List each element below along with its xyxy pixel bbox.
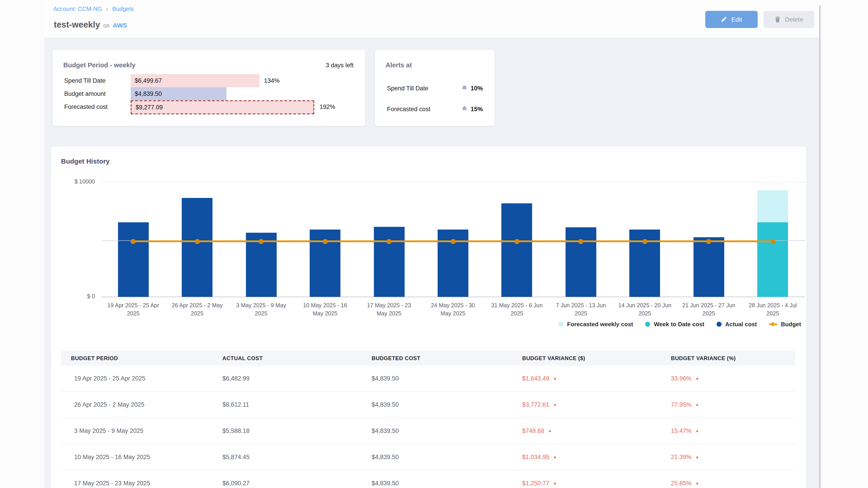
- cell-actual: $5,874.45: [222, 444, 250, 470]
- breadcrumb-budgets-link[interactable]: Budgets: [112, 5, 134, 12]
- bell-icon: [461, 105, 468, 112]
- page-header-band: [44, 0, 820, 38]
- page-title: test-weekly on AWS: [54, 20, 127, 30]
- actual-cost-swatch: [717, 322, 721, 327]
- table-row: 19 Apr 2025 - 25 Apr 2025$6,482.99$4,839…: [61, 365, 795, 392]
- cell-variance-pct: 25.85%▲: [671, 470, 699, 488]
- bar-value: $4,839.50: [131, 90, 162, 97]
- variance-up-arrow-icon: ▲: [695, 429, 700, 433]
- column-header-3: BUDGET VARIANCE ($): [522, 351, 585, 365]
- trash-icon: [775, 16, 781, 23]
- cell-actual: $5,588.18: [222, 418, 250, 444]
- cell-variance-pct: 33.96%▲: [671, 365, 699, 391]
- budget-bar: $4,839.50: [131, 87, 226, 100]
- bar-percent: 192%: [320, 100, 335, 113]
- breadcrumb: Account: CCM-NG › Budgets: [53, 5, 134, 12]
- bar-percent: 134%: [264, 74, 280, 87]
- alerts-card: Alerts at Spend Till Date10%Forecasted c…: [375, 50, 495, 126]
- cell-budgeted: $4,839.50: [372, 418, 399, 444]
- budget-period-row: Budget amount$4,839.50: [53, 87, 365, 100]
- cell-actual: $6,090.27: [222, 470, 250, 488]
- cloud-provider-label: AWS: [113, 22, 127, 29]
- cell-variance-usd: $748.68▲: [522, 418, 552, 444]
- table-header-row: BUDGET PERIODACTUAL COSTBUDGETED COSTBUD…: [61, 351, 795, 365]
- cell-period: 10 May 2025 - 16 May 2025: [74, 444, 150, 470]
- cell-period: 26 Apr 2025 - 2 May 2025: [74, 392, 145, 418]
- legend-label: Forecasted weekly cost: [567, 321, 633, 328]
- cell-period: 19 Apr 2025 - 25 Apr 2025: [74, 365, 145, 391]
- chevron-right-icon: ›: [106, 6, 108, 12]
- variance-up-arrow-icon: ▲: [553, 481, 557, 485]
- alert-row-label: Forecasted cost: [387, 105, 430, 112]
- variance-up-arrow-icon: ▲: [695, 455, 700, 459]
- budget-detail-page: Account: CCM-NG › Budgets test-weekly on…: [0, 0, 868, 488]
- budget-period-row-label: Budget amount: [64, 87, 105, 100]
- variance-up-arrow-icon: ▲: [553, 455, 557, 459]
- budget-history-title: Budget History: [61, 157, 110, 165]
- alert-threshold: 10%: [461, 85, 483, 92]
- bell-icon: [461, 85, 468, 92]
- pencil-icon: [721, 16, 727, 23]
- alert-row: Forecasted cost15%: [387, 98, 483, 119]
- variance-up-arrow-icon: ▲: [695, 377, 700, 381]
- edit-button-label: Edit: [731, 16, 742, 23]
- cell-variance-usd: $1,250.77▲: [522, 470, 557, 488]
- table-row: 3 May 2025 - 9 May 2025$5,588.18$4,839.5…: [61, 418, 795, 444]
- breadcrumb-account-link[interactable]: Account: CCM-NG: [53, 5, 102, 12]
- alert-threshold: 15%: [461, 105, 483, 112]
- cell-variance-usd: $1,643.49▲: [522, 365, 557, 391]
- alert-row: Spend Till Date10%: [387, 78, 483, 98]
- delete-button[interactable]: Delete: [764, 11, 814, 28]
- forecast-bar: $9,277.09: [131, 100, 314, 114]
- variance-up-arrow-icon: ▲: [548, 429, 552, 433]
- budget-history-table: BUDGET PERIODACTUAL COSTBUDGETED COSTBUD…: [61, 351, 795, 488]
- table-row: 10 May 2025 - 16 May 2025$5,874.45$4,839…: [61, 444, 795, 470]
- variance-up-arrow-icon: ▲: [553, 377, 557, 381]
- days-left-label: 3 days left: [326, 62, 353, 69]
- column-header-1: ACTUAL COST: [222, 351, 263, 365]
- alert-row-label: Spend Till Date: [387, 85, 428, 92]
- cell-budgeted: $4,839.50: [372, 392, 399, 418]
- cell-variance-usd: $1,034.95▲: [522, 444, 557, 470]
- budget-name: test-weekly: [54, 20, 100, 30]
- alerts-rows: Spend Till Date10%Forecasted cost15%: [387, 78, 483, 119]
- cell-budgeted: $4,839.50: [372, 444, 399, 470]
- table-row: 17 May 2025 - 23 May 2025$6,090.27$4,839…: [61, 470, 795, 488]
- alert-threshold-value: 15%: [471, 105, 483, 112]
- bar-value: $6,499.67: [131, 77, 162, 84]
- alert-threshold-value: 10%: [471, 85, 483, 92]
- chart-legend: Forecasted weekly cost Week to Date cost…: [271, 321, 801, 328]
- delete-button-label: Delete: [785, 16, 803, 23]
- budget-line-swatch: [769, 324, 777, 325]
- legend-item-actual-cost[interactable]: Actual cost: [717, 321, 757, 328]
- variance-up-arrow-icon: ▲: [695, 402, 700, 407]
- column-header-4: BUDGET VARIANCE (%): [671, 351, 736, 365]
- budget-period-card-title: Budget Period - weekly: [63, 61, 135, 69]
- budget-period-row: Spend Till Date$6,499.67134%: [53, 74, 365, 87]
- page-scrollbar[interactable]: [819, 5, 820, 488]
- spend-bar: $6,499.67: [131, 74, 259, 87]
- cell-actual: $6,482.99: [222, 365, 250, 391]
- on-label: on: [103, 23, 110, 29]
- budget-period-row: Forecasted cost$9,277.09192%: [53, 100, 365, 113]
- legend-label: Week to Date cost: [654, 321, 705, 328]
- cell-variance-pct: 21.39%▲: [671, 444, 699, 470]
- cell-variance-pct: 77.95%▲: [671, 392, 699, 418]
- bar-value: $9,277.09: [131, 104, 163, 111]
- variance-up-arrow-icon: ▲: [695, 481, 700, 485]
- column-header-0: BUDGET PERIOD: [71, 351, 118, 365]
- column-header-2: BUDGETED COST: [372, 351, 421, 365]
- legend-label: Actual cost: [725, 321, 757, 328]
- cell-variance-pct: 15.47%▲: [671, 418, 699, 444]
- edit-button[interactable]: Edit: [705, 11, 758, 28]
- legend-item-week-to-date-cost[interactable]: Week to Date cost: [645, 321, 705, 328]
- budget-period-row-label: Forecasted cost: [64, 100, 107, 113]
- alerts-card-title: Alerts at: [385, 61, 412, 69]
- budget-period-card: Budget Period - weekly 3 days left Spend…: [53, 50, 365, 126]
- cell-period: 3 May 2025 - 9 May 2025: [74, 418, 143, 444]
- legend-item-budget[interactable]: Budget: [769, 321, 801, 328]
- cell-variance-usd: $3,772.61▲: [522, 392, 557, 418]
- legend-item-forecasted-weekly-cost[interactable]: Forecasted weekly cost: [559, 321, 633, 328]
- forecasted-weekly-cost-swatch: [559, 322, 563, 327]
- budget-period-rows: Spend Till Date$6,499.67134%Budget amoun…: [53, 74, 365, 119]
